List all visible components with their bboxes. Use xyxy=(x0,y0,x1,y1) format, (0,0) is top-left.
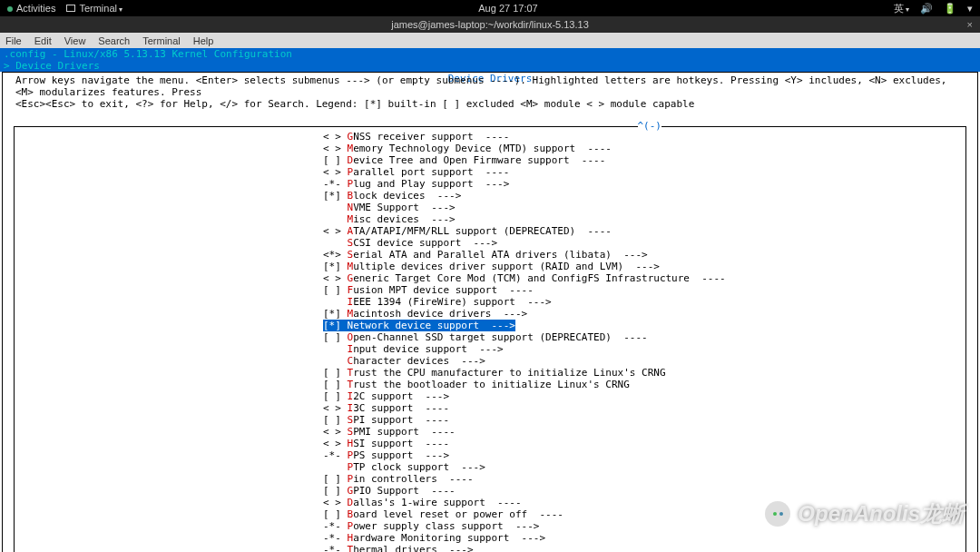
menu-file[interactable]: File xyxy=(5,35,22,46)
menu-item[interactable]: PTP clock support ---> xyxy=(323,461,965,473)
menu-help[interactable]: Help xyxy=(193,35,214,46)
menu-terminal[interactable]: Terminal xyxy=(142,35,181,46)
clock[interactable]: Aug 27 17:07 xyxy=(122,3,894,14)
menu-item[interactable]: [*] Block devices ---> xyxy=(323,190,965,202)
menu-item[interactable]: [ ] Open-Channel SSD target support (DEP… xyxy=(323,331,965,343)
help-text: Arrow keys navigate the menu. <Enter> se… xyxy=(3,73,977,113)
menu-item[interactable]: < > Dallas's 1-wire support ---- xyxy=(323,497,965,508)
menu-item[interactable]: IEEE 1394 (FireWire) support ---> xyxy=(323,296,965,308)
menu-item[interactable]: < > ATA/ATAPI/MFM/RLL support (DEPRECATE… xyxy=(323,225,965,237)
menu-item[interactable]: Character devices ---> xyxy=(323,355,965,367)
menu-item[interactable]: -*- Thermal drivers ---> xyxy=(323,544,965,552)
menu-item[interactable]: < > Generic Target Core Mod (TCM) and Co… xyxy=(323,272,965,284)
scroll-up-indicator: ^(-) xyxy=(638,120,662,132)
app-menu[interactable]: Terminal▾ xyxy=(66,3,122,14)
battery-icon[interactable]: 🔋 xyxy=(944,3,956,15)
menu-item[interactable]: < > HSI support ---- xyxy=(323,438,965,449)
system-menu-icon[interactable]: ▾ xyxy=(967,3,973,15)
main-frame: Device Drivers Arrow keys navigate the m… xyxy=(2,72,978,552)
activities-button[interactable]: Activities xyxy=(7,3,55,14)
config-path-header: .config - Linux/x86 5.13.13 Kernel Confi… xyxy=(0,48,980,72)
input-lang[interactable]: 英▾ xyxy=(894,2,909,15)
menu-item[interactable]: [ ] Device Tree and Open Firmware suppor… xyxy=(323,154,965,166)
menu-item[interactable]: [ ] GPIO Support ---- xyxy=(323,485,965,497)
menu-view[interactable]: View xyxy=(64,35,86,46)
menu-item[interactable]: < > Parallel port support ---- xyxy=(323,166,965,178)
menu-item[interactable]: [ ] Fusion MPT device support ---- xyxy=(323,284,965,296)
config-path-line2: > Device Drivers xyxy=(4,60,976,72)
menu-list-frame: ^(-) < > GNSS receiver support ----< > M… xyxy=(14,126,966,552)
menu-edit[interactable]: Edit xyxy=(34,35,52,46)
gnome-top-bar: Activities Terminal▾ Aug 27 17:07 英▾ 🔊 🔋… xyxy=(0,0,980,16)
menu-item[interactable]: < > SPMI support ---- xyxy=(323,426,965,438)
menu-item[interactable]: < > Memory Technology Device (MTD) suppo… xyxy=(323,143,965,154)
menu-items-list[interactable]: < > GNSS receiver support ----< > Memory… xyxy=(15,127,965,552)
menu-item[interactable]: < > I3C support ---- xyxy=(323,402,965,414)
app-menu-bar: File Edit View Search Terminal Help xyxy=(0,33,980,48)
volume-icon[interactable]: 🔊 xyxy=(920,3,933,15)
menu-item[interactable]: <*> Serial ATA and Parallel ATA drivers … xyxy=(323,249,965,261)
menu-item[interactable]: NVME Support ---> xyxy=(323,202,965,213)
menu-item[interactable]: [ ] Pin controllers ---- xyxy=(323,473,965,485)
menu-item[interactable]: [ ] Trust the bootloader to initialize L… xyxy=(323,379,965,390)
menu-item[interactable]: -*- PPS support ---> xyxy=(323,449,965,461)
menu-item[interactable]: [ ] I2C support ---> xyxy=(323,390,965,402)
menu-search[interactable]: Search xyxy=(98,35,130,46)
menu-item[interactable]: [*] Multiple devices driver support (RAI… xyxy=(323,261,965,272)
menu-item[interactable]: [ ] SPI support ---- xyxy=(323,414,965,426)
menu-item[interactable]: [*] Macintosh device drivers ---> xyxy=(323,308,965,320)
menu-item[interactable]: -*- Plug and Play support ---> xyxy=(323,178,965,190)
menu-item[interactable]: [ ] Trust the CPU manufacturer to initia… xyxy=(323,367,965,379)
window-title: james@james-laptop:~/workdir/linux-5.13.… xyxy=(391,19,589,30)
menu-item[interactable]: SCSI device support ---> xyxy=(323,237,965,249)
menu-item[interactable]: -*- Power supply class support ---> xyxy=(323,520,965,532)
window-titlebar: james@james-laptop:~/workdir/linux-5.13.… xyxy=(0,16,980,33)
menu-item[interactable]: Input device support ---> xyxy=(323,343,965,355)
menu-item[interactable]: [ ] Board level reset or power off ---- xyxy=(323,508,965,520)
menu-item[interactable]: < > GNSS receiver support ---- xyxy=(323,131,965,143)
menu-item[interactable]: -*- Hardware Monitoring support ---> xyxy=(323,532,965,544)
config-path-line1: .config - Linux/x86 5.13.13 Kernel Confi… xyxy=(4,48,976,60)
close-icon[interactable]: × xyxy=(967,19,973,30)
menu-item[interactable]: Misc devices ---> xyxy=(323,213,965,225)
terminal-area[interactable]: .config - Linux/x86 5.13.13 Kernel Confi… xyxy=(0,48,980,552)
menu-item[interactable]: [*] Network device support ---> xyxy=(323,320,515,331)
